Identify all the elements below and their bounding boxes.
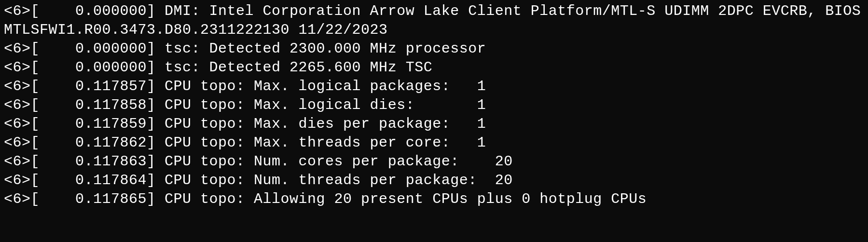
log-line: <6>[ 0.117858] CPU topo: Max. logical di… [4, 96, 864, 115]
log-line: <6>[ 0.117862] CPU topo: Max. threads pe… [4, 134, 864, 152]
log-line: <6>[ 0.117863] CPU topo: Num. cores per … [4, 152, 864, 171]
kernel-log-output: <6>[ 0.000000] DMI: Intel Corporation Ar… [4, 2, 864, 209]
log-line: <6>[ 0.000000] DMI: Intel Corporation Ar… [4, 2, 864, 40]
log-line: <6>[ 0.000000] tsc: Detected 2300.000 MH… [4, 40, 864, 58]
log-line: <6>[ 0.117859] CPU topo: Max. dies per p… [4, 115, 864, 134]
log-line: <6>[ 0.117864] CPU topo: Num. threads pe… [4, 171, 864, 190]
log-line: <6>[ 0.000000] tsc: Detected 2265.600 MH… [4, 58, 864, 77]
log-line: <6>[ 0.117857] CPU topo: Max. logical pa… [4, 77, 864, 96]
log-line: <6>[ 0.117865] CPU topo: Allowing 20 pre… [4, 190, 864, 209]
